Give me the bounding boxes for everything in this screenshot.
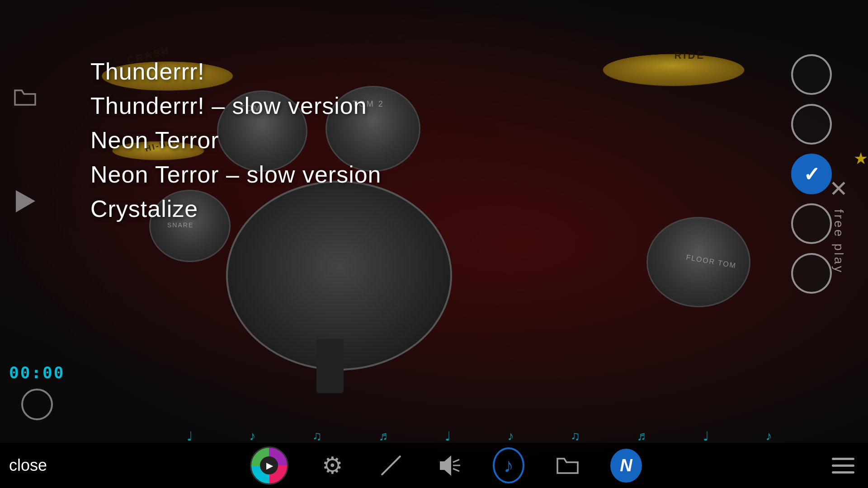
song-title-3: Neon Terror bbox=[90, 127, 219, 154]
music-notes-button[interactable]: ♪ bbox=[493, 450, 524, 481]
svg-marker-1 bbox=[440, 455, 451, 476]
settings-button[interactable]: ⚙ bbox=[316, 450, 348, 481]
music-note-1: ♩ bbox=[187, 429, 193, 444]
speaker-button[interactable] bbox=[434, 450, 466, 481]
bottom-toolbar: close ▶ ⚙ bbox=[0, 443, 868, 488]
ride-cymbal-label: RIDE bbox=[674, 50, 705, 61]
kick-pedal[interactable] bbox=[316, 339, 344, 393]
logo-circle: ▶ bbox=[250, 446, 288, 485]
timer-section: 00:00 bbox=[9, 363, 65, 420]
music-note-2: ♪ bbox=[249, 429, 255, 443]
speaker-icon bbox=[438, 453, 462, 478]
record-button[interactable] bbox=[21, 389, 53, 420]
music-note-button-circle: ♪ bbox=[493, 447, 524, 483]
close-icon: ✕ bbox=[829, 178, 848, 200]
left-sidebar bbox=[9, 81, 41, 217]
n-logo-button[interactable]: N bbox=[610, 450, 642, 481]
close-button[interactable]: close bbox=[9, 456, 63, 475]
free-play-label: free play bbox=[832, 209, 845, 274]
song-list: Thunderrr! Thunderrr! – slow version Neo… bbox=[90, 54, 497, 226]
music-note-icon: ♪ bbox=[504, 454, 514, 477]
play-button[interactable] bbox=[9, 185, 41, 217]
folder-button[interactable] bbox=[9, 81, 41, 113]
song-title-2: Thunderrr! – slow version bbox=[90, 92, 367, 119]
free-play-button[interactable]: ✕ free play bbox=[809, 158, 868, 294]
svg-line-2 bbox=[453, 460, 459, 462]
music-note-4: ♬ bbox=[378, 429, 388, 443]
folder-toolbar-icon bbox=[555, 454, 580, 477]
song-item-1[interactable]: Thunderrr! bbox=[90, 54, 497, 89]
music-note-8: ♬ bbox=[637, 429, 646, 443]
hamburger-line-3 bbox=[832, 471, 854, 474]
play-for-free-button[interactable]: ▶ bbox=[249, 445, 289, 486]
song-item-3[interactable]: Neon Terror bbox=[90, 123, 497, 157]
music-note-10: ♪ bbox=[765, 429, 772, 443]
svg-line-4 bbox=[453, 469, 459, 471]
song-item-2[interactable]: Thunderrr! – slow version bbox=[90, 89, 497, 123]
gear-icon: ⚙ bbox=[322, 452, 343, 479]
radio-btn-1[interactable] bbox=[791, 54, 832, 95]
hamburger-line-2 bbox=[832, 465, 854, 467]
song-title-5: Crystalize bbox=[90, 195, 198, 222]
music-note-3: ♫ bbox=[312, 429, 322, 443]
music-note-7: ♫ bbox=[571, 429, 580, 443]
song-title-1: Thunderrr! bbox=[90, 58, 205, 85]
svg-marker-0 bbox=[16, 190, 35, 212]
timer-display: 00:00 bbox=[9, 363, 65, 382]
radio-btn-2[interactable] bbox=[791, 104, 832, 145]
hamburger-line-1 bbox=[832, 458, 854, 460]
drumstick-icon bbox=[381, 455, 401, 475]
music-note-5: ♩ bbox=[445, 429, 451, 444]
drumstick-button[interactable] bbox=[375, 450, 407, 481]
hamburger-menu-button[interactable] bbox=[827, 453, 859, 478]
music-note-6: ♪ bbox=[507, 429, 514, 443]
logo-inner: ▶ bbox=[260, 456, 278, 474]
music-note-9: ♩ bbox=[703, 429, 709, 444]
song-title-4: Neon Terror – slow version bbox=[90, 161, 382, 188]
n-logo-icon: N bbox=[610, 449, 642, 483]
song-item-5[interactable]: Crystalize bbox=[90, 192, 497, 226]
logo-arrow-icon: ▶ bbox=[266, 460, 273, 471]
song-item-4[interactable]: Neon Terror – slow version bbox=[90, 157, 497, 192]
folder-toolbar-button[interactable] bbox=[552, 450, 583, 481]
toolbar-icons: ▶ ⚙ ♪ bbox=[63, 445, 827, 486]
